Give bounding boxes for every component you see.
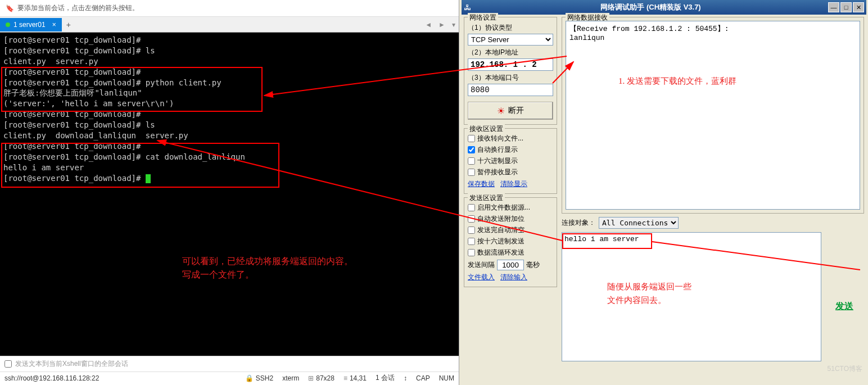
terminal-line: [root@server01 tcp_download]# ls [3, 46, 455, 56]
broadcast-placeholder: 发送文本到当前Xshell窗口的全部会话 [15, 359, 454, 369]
window-titlebar: 🖧 网络调试助手 (CH精装版 V3.7) — □ ✕ [462, 0, 866, 15]
ip-input[interactable] [468, 58, 553, 71]
send-settings-group: 发送区设置 启用文件数据源... 自动发送附加位 发送完自动清空 按十六进制发送… [464, 197, 557, 287]
cursor-icon [146, 174, 151, 183]
sun-icon: ☀ [497, 106, 505, 116]
tab-next-icon[interactable]: ► [435, 19, 449, 31]
pause-recv-checkbox[interactable] [468, 169, 475, 176]
clear-after-send-checkbox[interactable] [468, 227, 475, 234]
terminal-line: 胖子老板:你想要上面烟呀"lanliqun" [3, 88, 455, 98]
checkbox-label: 发送完自动清空 [477, 225, 525, 235]
terminal-line: [root@server01 tcp_download]# [3, 173, 455, 184]
broadcast-checkbox[interactable] [4, 360, 12, 368]
send-button[interactable]: 发送 [835, 301, 853, 312]
network-settings-group: 网络设置 （1）协议类型 TCP Server （2）本地IP地址 （3）本地端… [464, 17, 557, 125]
hex-display-checkbox[interactable] [468, 157, 475, 165]
recv-textarea[interactable]: 【Receive from 192.168.1.2 : 50455】: lanl… [566, 21, 860, 210]
group-title: 发送区设置 [468, 193, 505, 203]
session-hint-bar: 🔖 要添加当前会话，点击左侧的箭头按钮。 [0, 0, 459, 17]
terminal-line: ('server:', 'hello i am server\r\n') [3, 98, 455, 109]
checkbox-label: 暂停接收显示 [477, 167, 518, 177]
auto-wrap-checkbox[interactable] [468, 146, 475, 153]
status-proto: 🔒SSH2 [245, 374, 273, 382]
port-label: （3）本地端口号 [468, 73, 553, 83]
status-term: xterm [282, 374, 299, 382]
lock-icon: 🔒 [245, 374, 254, 382]
checkbox-label: 接收转向文件... [477, 134, 523, 143]
protocol-label: （1）协议类型 [468, 23, 553, 33]
connection-row: 连接对象： All Connections [562, 217, 864, 229]
status-bar: ssh://root@192.168.116.128:22 🔒SSH2 xter… [0, 372, 459, 384]
minimize-button[interactable]: — [828, 2, 839, 12]
tab-bar: 1 server01 × + ◄ ► ▾ [0, 17, 459, 33]
annotation-send: 随便从服务端返回一些 文件内容回去。 [607, 280, 691, 307]
annotation-text: 可以看到，已经成功将服务端返回的内容。 写成一个文件了。 [182, 255, 353, 282]
tab-prev-icon[interactable]: ◄ [422, 19, 435, 31]
checkbox-label: 启用文件数据源... [477, 203, 530, 212]
status-cap: CAP [416, 374, 430, 382]
terminal-line: client.py server.py [3, 56, 455, 67]
clear-display-link[interactable]: 清除显示 [500, 179, 527, 189]
settings-column: 网络设置 （1）协议类型 TCP Server （2）本地IP地址 （3）本地端… [462, 15, 559, 383]
recv-line: lanliqun [569, 34, 856, 42]
terminal-line: [root@server01 tcp_download]# [3, 67, 455, 78]
terminal-line: [root@server01 tcp_download]# [3, 141, 455, 152]
add-tab-button[interactable]: + [62, 18, 75, 31]
status-connection: ssh://root@192.168.116.128:22 [4, 374, 99, 382]
annotation-recv: 1. 发送需要下载的文件，蓝利群 [618, 76, 736, 87]
status-pos: ≡14,31 [343, 374, 367, 382]
bookmark-icon: 🔖 [6, 4, 14, 12]
group-title: 接收区设置 [468, 124, 505, 134]
net-assistant-window: 🖧 网络调试助手 (CH精装版 V3.7) — □ ✕ 网络设置 （1）协议类型… [462, 0, 866, 385]
protocol-select[interactable]: TCP Server [468, 34, 553, 46]
loop-send-checkbox[interactable] [468, 249, 475, 256]
port-input[interactable] [468, 84, 553, 96]
close-button[interactable]: ✕ [853, 2, 864, 12]
recv-line: 【Receive from 192.168.1.2 : 50455】: [569, 24, 856, 34]
status-num: NUM [439, 374, 454, 382]
status-sessions: 1 会话 [376, 373, 395, 383]
recv-settings-group: 接收区设置 接收转向文件... 自动换行显示 十六进制显示 暂停接收显示 保存数… [464, 128, 557, 194]
close-icon[interactable]: × [52, 21, 56, 29]
connection-select[interactable]: All Connections [599, 217, 679, 229]
checkbox-label: 数据流循环发送 [477, 248, 525, 257]
file-load-link[interactable]: 文件载入 [468, 273, 495, 282]
terminal-line: client.py download_lanliqun server.py [3, 130, 455, 141]
terminal-line: hello i am server [3, 162, 455, 173]
send-textarea[interactable] [562, 232, 821, 361]
recv-frame: 网络数据接收 【Receive from 192.168.1.2 : 50455… [562, 17, 864, 214]
terminal-window: 🔖 要添加当前会话，点击左侧的箭头按钮。 1 server01 × + ◄ ► … [0, 0, 459, 385]
recv-to-file-checkbox[interactable] [468, 135, 475, 142]
window-title: 网络调试助手 (CH精装版 V3.7) [473, 2, 828, 12]
status-size: ⊞87x28 [308, 374, 334, 382]
file-source-checkbox[interactable] [468, 204, 475, 211]
group-title: 网络设置 [468, 13, 498, 22]
terminal-line: [root@server01 tcp_download]# [3, 109, 455, 120]
hex-send-checkbox[interactable] [468, 238, 475, 245]
tab-server01[interactable]: 1 server01 × [0, 18, 62, 31]
terminal-output[interactable]: [root@server01 tcp_download]# [root@serv… [0, 33, 459, 356]
hint-text: 要添加当前会话，点击左侧的箭头按钮。 [17, 3, 139, 13]
tab-label: 1 server01 [13, 21, 46, 29]
watermark: 51CTO博客 [828, 364, 862, 374]
maximize-button[interactable]: □ [840, 2, 852, 12]
interval-input[interactable] [497, 260, 524, 270]
terminal-line: [root@server01 tcp_download]# cat downlo… [3, 152, 455, 162]
status-dot-icon [6, 22, 10, 27]
data-column: 网络数据接收 【Receive from 192.168.1.2 : 50455… [559, 15, 866, 383]
clear-input-link[interactable]: 清除输入 [500, 273, 527, 282]
connection-label: 连接对象： [562, 218, 595, 228]
auto-append-checkbox[interactable] [468, 215, 475, 223]
status-updown-icon: ↕ [404, 374, 407, 382]
disconnect-button[interactable]: ☀ 断开 [468, 102, 553, 120]
broadcast-bar: 发送文本到当前Xshell窗口的全部会话 [0, 356, 459, 372]
tab-menu-icon[interactable]: ▾ [449, 19, 459, 31]
checkbox-label: 自动换行显示 [477, 145, 518, 155]
terminal-line: [root@server01 tcp_download]# [3, 35, 455, 46]
app-icon: 🖧 [464, 3, 471, 12]
grid-icon: ⊞ [308, 374, 314, 382]
interval-unit: 毫秒 [526, 260, 540, 270]
interval-label: 发送间隔 [468, 260, 495, 270]
terminal-line: [root@server01 tcp_download]# python cli… [3, 78, 455, 88]
save-data-link[interactable]: 保存数据 [468, 179, 495, 189]
